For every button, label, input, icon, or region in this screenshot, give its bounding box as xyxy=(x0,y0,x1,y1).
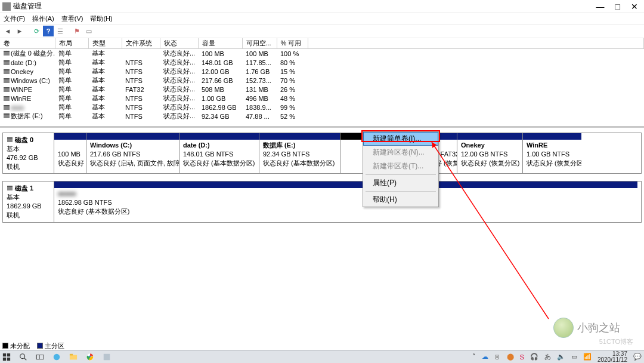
col-volume[interactable]: 卷 xyxy=(0,38,55,49)
search-icon[interactable] xyxy=(19,353,27,361)
svg-rect-31 xyxy=(70,353,73,355)
partition[interactable]: date (D:)148.01 GB NTFS状态良好 (基本数据分区) xyxy=(179,133,259,173)
tray-app2-icon[interactable]: S xyxy=(520,353,524,361)
tray-clock[interactable]: 13:372020/11/12 xyxy=(597,351,627,363)
close-button[interactable]: ✕ xyxy=(631,2,638,11)
svg-rect-21 xyxy=(3,353,6,356)
partition[interactable]: xxxxx1862.98 GB NTFS状态良好 (基本数据分区) xyxy=(54,182,637,222)
svg-line-26 xyxy=(24,358,27,360)
svg-rect-23 xyxy=(3,357,6,360)
tray-onedrive-icon[interactable]: ☁ xyxy=(482,353,488,361)
svg-rect-2 xyxy=(4,61,10,65)
help-icon[interactable]: ? xyxy=(43,26,54,36)
disk-0-row: 磁盘 0 基本 476.92 GB 联机 100 MB状态良好 (Windows… xyxy=(2,133,642,174)
tb-app-icon[interactable] xyxy=(103,353,111,361)
volume-list[interactable]: 卷 布局 类型 文件系统 状态 容量 可用空... % 可用 (磁盘 0 磁盘分… xyxy=(0,38,644,128)
tray-network-icon[interactable]: 📶 xyxy=(583,353,592,361)
col-free[interactable]: 可用空... xyxy=(242,38,277,49)
ctx-new-simple-volume[interactable]: 新建简单卷(I)... xyxy=(363,132,438,146)
taskview-icon[interactable] xyxy=(36,353,44,361)
col-type[interactable]: 类型 xyxy=(88,38,122,49)
disk-1-header[interactable]: 磁盘 1 基本 1862.99 GB 联机 xyxy=(3,182,54,222)
col-status[interactable]: 状态 xyxy=(160,38,198,49)
menubar: 文件(F) 操作(A) 查看(V) 帮助(H) xyxy=(0,13,644,24)
col-pctfree[interactable]: % 可用 xyxy=(277,38,308,49)
maximize-button[interactable]: □ xyxy=(615,2,620,11)
menu-help[interactable]: 帮助(H) xyxy=(90,14,112,23)
ctx-help[interactable]: 帮助(H) xyxy=(363,193,438,207)
svg-rect-0 xyxy=(4,52,10,56)
table-row[interactable]: xxxx简单基本NTFS状态良好...1862.98 GB1838.9...99… xyxy=(0,103,644,112)
context-menu: 新建简单卷(I)... 新建跨区卷(N)... 新建带区卷(T)... 属性(P… xyxy=(363,131,439,207)
toolbar: ◄ ► ⟳ ? ☰ ⚑ ▭ xyxy=(0,24,644,38)
svg-rect-28 xyxy=(36,355,39,359)
table-row[interactable]: Onekey简单基本NTFS状态良好...12.00 GB1.76 GB15 % xyxy=(0,67,644,76)
svg-rect-4 xyxy=(4,70,10,74)
ctx-new-striped-volume: 新建带区卷(T)... xyxy=(363,159,438,173)
partition[interactable]: Onekey12.00 GB NTFS状态良好 (恢复分区) xyxy=(457,133,523,173)
ctx-properties[interactable]: 属性(P) xyxy=(363,176,438,190)
svg-rect-6 xyxy=(4,79,10,83)
svg-rect-14 xyxy=(4,115,10,118)
tray-battery-icon[interactable]: ▭ xyxy=(571,353,577,361)
partition[interactable]: WinRE1.00 GB NTFS状态良好 (恢复分区) xyxy=(523,133,581,173)
action-a-icon[interactable]: ⚑ xyxy=(72,26,82,36)
watermark: 小驹之站 xyxy=(553,318,620,338)
svg-point-25 xyxy=(20,353,25,358)
back-icon[interactable]: ◄ xyxy=(2,26,13,36)
tray-app1-icon[interactable]: ⬤ xyxy=(507,353,514,361)
svg-rect-7 xyxy=(4,78,10,79)
table-row[interactable]: (磁盘 0 磁盘分...简单基本状态良好...100 MB100 MB100 % xyxy=(0,49,644,59)
tray-notifications-icon[interactable]: 💬 xyxy=(633,353,642,361)
menu-file[interactable]: 文件(F) xyxy=(4,14,25,23)
titlebar: 磁盘管理 — □ ✕ xyxy=(0,0,644,13)
table-row[interactable]: date (D:)简单基本NTFS状态良好...148.01 GB117.85.… xyxy=(0,58,644,67)
svg-rect-24 xyxy=(7,357,10,360)
props-icon[interactable]: ☰ xyxy=(55,26,66,36)
svg-rect-15 xyxy=(4,113,10,115)
window-title: 磁盘管理 xyxy=(13,1,596,11)
svg-rect-27 xyxy=(36,355,44,359)
col-layout[interactable]: 布局 xyxy=(55,38,88,49)
disk-map[interactable]: 磁盘 0 基本 476.92 GB 联机 100 MB状态良好 (Windows… xyxy=(0,128,644,336)
svg-rect-10 xyxy=(4,97,10,101)
tb-chrome-icon[interactable] xyxy=(86,353,94,361)
menu-view[interactable]: 查看(V) xyxy=(61,14,83,23)
table-row[interactable]: WINPE简单基本FAT32状态良好...508 MB131 MB26 % xyxy=(0,85,644,94)
start-icon[interactable] xyxy=(2,353,11,361)
partition[interactable]: 100 MB状态良好 ( xyxy=(54,133,86,173)
legend: 未分配 主分区 xyxy=(2,342,64,350)
disk-0-header[interactable]: 磁盘 0 基本 476.92 GB 联机 xyxy=(3,133,54,173)
svg-rect-30 xyxy=(70,355,77,359)
svg-rect-5 xyxy=(4,69,10,70)
app-icon xyxy=(2,2,11,11)
refresh-icon[interactable]: ⟳ xyxy=(31,26,42,36)
tb-edge-icon[interactable] xyxy=(52,353,61,361)
svg-rect-34 xyxy=(104,353,110,360)
table-row[interactable]: Windows (C:)简单基本NTFS状态良好...217.66 GB152.… xyxy=(0,76,644,85)
svg-rect-1 xyxy=(4,51,10,52)
tb-explorer-icon[interactable] xyxy=(69,353,78,361)
action-b-icon[interactable]: ▭ xyxy=(83,26,94,36)
taskbar[interactable]: ˄ ☁ ⛨ ⬤ S 🎧 あ 🔈 ▭ 📶 13:372020/11/12 💬 xyxy=(0,350,644,363)
forward-icon[interactable]: ► xyxy=(14,26,25,36)
tray-volume-icon[interactable]: 🔈 xyxy=(557,353,565,361)
svg-rect-13 xyxy=(4,105,10,106)
partition[interactable]: 数据库 (E:)92.34 GB NTFS状态良好 (基本数据分区) xyxy=(259,133,340,173)
svg-rect-18 xyxy=(7,187,13,190)
col-fs[interactable]: 文件系统 xyxy=(122,38,160,49)
partition[interactable]: Windows (C:)217.66 GB NTFS状态良好 (启动, 页面文件… xyxy=(86,133,179,173)
tray-ime-icon[interactable]: あ xyxy=(544,352,551,361)
tray-headset-icon[interactable]: 🎧 xyxy=(530,353,538,361)
svg-rect-9 xyxy=(4,87,10,88)
svg-rect-11 xyxy=(4,96,10,97)
svg-rect-3 xyxy=(4,60,10,61)
table-row[interactable]: 数据库 (E:)简单基本NTFS状态良好...92.34 GB47.88 ...… xyxy=(0,112,644,121)
col-capacity[interactable]: 容量 xyxy=(198,38,242,49)
table-row[interactable]: WinRE简单基本NTFS状态良好...1.00 GB496 MB48 % xyxy=(0,94,644,103)
tray-shield-icon[interactable]: ⛨ xyxy=(494,353,501,361)
svg-rect-22 xyxy=(7,353,10,356)
tray-up-icon[interactable]: ˄ xyxy=(472,353,476,361)
menu-action[interactable]: 操作(A) xyxy=(32,14,54,23)
minimize-button[interactable]: — xyxy=(596,2,605,11)
